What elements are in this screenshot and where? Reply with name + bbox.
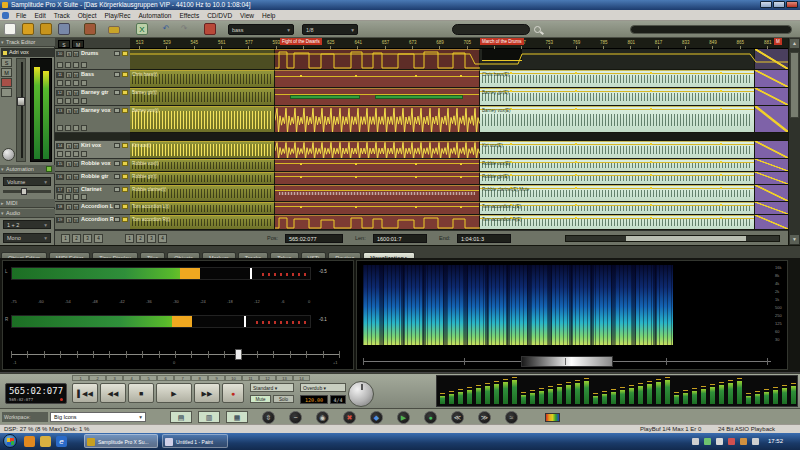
clip-purple[interactable] — [755, 202, 788, 214]
automation-mode-dropdown[interactable]: Volume▾ — [3, 177, 51, 186]
menu-playrec[interactable]: Play/Rec — [101, 10, 135, 21]
track-header[interactable]: 12SMBarney gtr — [55, 88, 130, 106]
crossfade-left-icon[interactable]: ≪ — [451, 411, 464, 424]
track-mini-button[interactable] — [73, 62, 79, 68]
automation-slider[interactable] — [3, 190, 51, 193]
track-lane[interactable]: Robbie clarinet(t)Robbie clarinet(E) Mut… — [130, 185, 788, 202]
clip-mint[interactable]: Tom accordion L(E) — [480, 202, 755, 214]
transport-marker-cell[interactable]: 2 — [89, 375, 106, 381]
new-file-icon[interactable] — [4, 23, 16, 35]
fader-cap[interactable] — [17, 97, 25, 106]
menu-edit[interactable]: Edit — [30, 10, 49, 21]
crossfade-editor-icon[interactable]: X — [136, 23, 148, 35]
transport-marker-cell[interactable]: 8 — [191, 375, 208, 381]
track-mini-button[interactable] — [57, 62, 63, 68]
track-header[interactable]: 10SMDrums — [55, 49, 130, 70]
mute-button[interactable]: M — [1, 68, 12, 77]
track-mute-button[interactable]: M — [73, 90, 79, 96]
clip-purple[interactable] — [755, 106, 788, 132]
record-mode-dropdown[interactable]: Overdub ▾ — [300, 383, 346, 392]
marker-badge[interactable]: M — [774, 38, 782, 45]
transport-marker-cell[interactable]: 5 — [140, 375, 157, 381]
taskbar-window-paint[interactable]: Untitled 1 - Paint — [162, 434, 228, 448]
track-solo-button[interactable]: S — [66, 161, 72, 167]
taskbar-window-samplitude[interactable]: Samplitude Pro X Su... — [84, 434, 158, 448]
clip-maroon[interactable] — [275, 88, 480, 105]
menu-help[interactable]: Help — [258, 10, 279, 21]
bus-button[interactable]: 4 — [158, 234, 167, 243]
scroll-down-icon[interactable]: ▼ — [790, 235, 799, 244]
forward-button[interactable]: ▶▶ — [194, 383, 220, 403]
show-objects-icon[interactable]: ◉ — [316, 411, 329, 424]
track-solo-button[interactable]: S — [66, 187, 72, 193]
audio-mode-dropdown[interactable]: Mono▾ — [3, 233, 51, 243]
fade-icon[interactable]: ≈ — [505, 411, 518, 424]
track-solo-button[interactable]: S — [66, 90, 72, 96]
clip-maroon[interactable] — [275, 185, 480, 201]
track-lane[interactable] — [130, 49, 788, 70]
clip-olive[interactable]: Robbie clarinet(t) — [130, 185, 275, 201]
close-button[interactable] — [786, 1, 798, 8]
color-gradient-icon[interactable] — [545, 413, 560, 422]
transport-solo-button[interactable]: Solo — [273, 395, 294, 403]
clip-olive[interactable]: Chris bass(t) — [130, 70, 275, 87]
track-mini-button[interactable] — [65, 80, 71, 86]
track-header[interactable]: 17SMClarinet — [55, 185, 130, 202]
play-button[interactable]: ▶ — [156, 383, 192, 403]
track-mini-button[interactable] — [81, 62, 87, 68]
transport-marker-cell[interactable]: 4 — [123, 375, 140, 381]
track-lane[interactable]: Kiri vox(t)Kiri vox(E) — [130, 141, 788, 159]
crossfade-right-icon[interactable]: ≫ — [478, 411, 491, 424]
track-header[interactable]: 18SMAccordion L — [55, 202, 130, 215]
bus-button[interactable]: 3 — [147, 234, 156, 243]
track-mini-button[interactable] — [73, 151, 79, 157]
record-arm-button[interactable] — [1, 78, 12, 87]
bus-button[interactable]: 1 — [125, 234, 134, 243]
track-fx-button[interactable] — [114, 90, 120, 95]
monitor-dropdown[interactable]: bass▾ — [228, 24, 294, 35]
clip-olive[interactable]: Barney gtr(t) — [130, 88, 275, 105]
track-fx-button[interactable] — [114, 72, 120, 77]
marker-flag[interactable]: Fight of the Dwarfs — [280, 38, 322, 45]
track-header[interactable]: 16SMRobbie gtr — [55, 172, 130, 185]
track-mini-button[interactable] — [81, 98, 87, 104]
import-icon[interactable] — [40, 23, 52, 35]
track-mute-button[interactable]: M — [73, 174, 79, 180]
clip-purple[interactable] — [755, 172, 788, 184]
search-field[interactable] — [452, 24, 530, 35]
link-objects-icon[interactable]: ◆ — [370, 411, 383, 424]
open-folder-icon[interactable] — [22, 23, 34, 35]
clip-olive[interactable]: Tom accordion R(t) — [130, 215, 275, 229]
minimize-button[interactable] — [760, 1, 772, 8]
track-solo-button[interactable]: S — [66, 217, 72, 223]
range-bar[interactable] — [630, 25, 792, 34]
clip-maroon[interactable] — [275, 106, 480, 132]
marker-icon[interactable] — [204, 23, 216, 35]
track-solo-button[interactable]: S — [66, 143, 72, 149]
clip-purple[interactable] — [755, 215, 788, 229]
stop-button[interactable]: ■ — [128, 383, 154, 403]
grid-view-toggle[interactable]: ▦ — [226, 411, 248, 423]
track-mini-button[interactable] — [81, 80, 87, 86]
global-mute-button[interactable]: M — [72, 40, 84, 48]
end-field[interactable]: 1:04:01:3 — [457, 234, 511, 243]
track-lane[interactable]: Robbie gtr(t)Robbie gtr(E) — [130, 172, 788, 185]
midi-section-header[interactable]: ▸MIDI — [0, 199, 55, 208]
track-solo-button[interactable]: S — [66, 204, 72, 210]
start-button[interactable] — [3, 434, 17, 448]
collapse-icon[interactable]: − — [289, 411, 302, 424]
automation-section-header[interactable]: ▾Automation — [0, 165, 55, 174]
menu-file[interactable]: File — [12, 10, 30, 21]
track-fx-button[interactable] — [114, 161, 120, 166]
transport-mute-button[interactable]: Mute — [250, 395, 271, 403]
track-mini-button[interactable] — [57, 80, 63, 86]
track-mini-button[interactable] — [81, 194, 87, 200]
quicklaunch-folder-icon[interactable] — [40, 436, 51, 447]
clip-maroon[interactable] — [275, 159, 480, 171]
scroll-up-icon[interactable]: ▲ — [790, 39, 799, 48]
track-mini-button[interactable] — [81, 151, 87, 157]
clip-olive[interactable]: Tom accordion L(t) — [130, 202, 275, 214]
track-header[interactable]: 19SMAccordion R — [55, 215, 130, 230]
save-icon[interactable] — [58, 23, 70, 35]
track-mute-button[interactable]: M — [73, 51, 79, 57]
